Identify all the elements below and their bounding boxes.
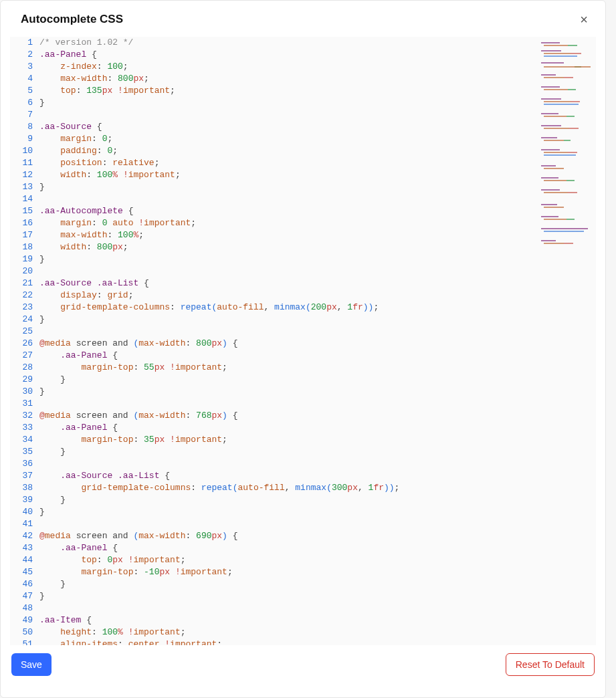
code-line[interactable]: 39 } [10, 494, 596, 506]
code-content[interactable]: max-width: 100%; [39, 229, 596, 241]
code-content[interactable]: } [39, 253, 596, 265]
code-line[interactable]: 34 margin-top: 35px !important; [10, 434, 596, 446]
code-line[interactable]: 21.aa-Source .aa-List { [10, 277, 596, 289]
code-content[interactable]: margin: 0 auto !important; [39, 217, 596, 229]
code-line[interactable]: 10 padding: 0; [10, 145, 596, 157]
code-content[interactable]: } [39, 590, 596, 602]
code-content[interactable]: } [39, 181, 596, 193]
code-line[interactable]: 47} [10, 590, 596, 602]
save-button[interactable]: Save [11, 653, 52, 676]
code-line[interactable]: 46 } [10, 578, 596, 590]
code-line[interactable]: 7 [10, 109, 596, 121]
code-line[interactable]: 19} [10, 253, 596, 265]
code-content[interactable]: max-width: 800px; [39, 73, 596, 85]
code-content[interactable]: @media screen and (max-width: 690px) { [39, 530, 596, 542]
code-content[interactable] [39, 602, 596, 614]
code-line[interactable]: 26@media screen and (max-width: 800px) { [10, 338, 596, 350]
code-line[interactable]: 48 [10, 602, 596, 614]
code-line[interactable]: 33 .aa-Panel { [10, 422, 596, 434]
code-line[interactable]: 18 width: 800px; [10, 241, 596, 253]
code-line[interactable]: 24} [10, 314, 596, 326]
code-content[interactable]: } [39, 494, 596, 506]
code-line[interactable]: 8.aa-Source { [10, 121, 596, 133]
code-content[interactable]: grid-template-columns: repeat(auto-fill,… [39, 482, 596, 494]
code-line[interactable]: 23 grid-template-columns: repeat(auto-fi… [10, 302, 596, 314]
code-content[interactable]: grid-template-columns: repeat(auto-fill,… [39, 302, 596, 314]
code-content[interactable]: } [39, 374, 596, 386]
code-line[interactable]: 20 [10, 265, 596, 277]
code-line[interactable]: 37 .aa-Source .aa-List { [10, 470, 596, 482]
code-line[interactable]: 2.aa-Panel { [10, 49, 596, 61]
code-line[interactable]: 50 height: 100% !important; [10, 626, 596, 638]
code-content[interactable]: .aa-Source .aa-List { [39, 470, 596, 482]
code-line[interactable]: 29 } [10, 374, 596, 386]
code-line[interactable]: 38 grid-template-columns: repeat(auto-fi… [10, 482, 596, 494]
code-line[interactable]: 45 margin-top: -10px !important; [10, 566, 596, 578]
code-line[interactable]: 14 [10, 193, 596, 205]
code-line[interactable]: 27 .aa-Panel { [10, 350, 596, 362]
code-content[interactable] [39, 518, 596, 530]
code-editor[interactable]: 1/* version 1.02 */2.aa-Panel {3 z-index… [10, 37, 596, 645]
code-content[interactable] [39, 109, 596, 121]
code-content[interactable]: top: 135px !important; [39, 85, 596, 97]
code-content[interactable]: @media screen and (max-width: 800px) { [39, 338, 596, 350]
code-content[interactable]: display: grid; [39, 289, 596, 302]
code-content[interactable]: .aa-Panel { [39, 350, 596, 362]
code-content[interactable] [39, 193, 596, 205]
code-content[interactable]: } [39, 314, 596, 326]
code-line[interactable]: 44 top: 0px !important; [10, 554, 596, 566]
code-line[interactable]: 22 display: grid; [10, 289, 596, 302]
code-line[interactable]: 32@media screen and (max-width: 768px) { [10, 410, 596, 422]
code-content[interactable]: margin-top: 55px !important; [39, 362, 596, 374]
code-content[interactable]: height: 100% !important; [39, 626, 596, 638]
code-content[interactable]: margin: 0; [39, 133, 596, 145]
code-line[interactable]: 30} [10, 386, 596, 398]
code-content[interactable]: width: 100% !important; [39, 169, 596, 181]
code-line[interactable]: 4 max-width: 800px; [10, 73, 596, 85]
code-content[interactable]: position: relative; [39, 157, 596, 169]
code-content[interactable] [39, 265, 596, 277]
code-content[interactable]: padding: 0; [39, 145, 596, 157]
code-line[interactable]: 31 [10, 398, 596, 410]
code-content[interactable]: top: 0px !important; [39, 554, 596, 566]
code-content[interactable]: } [39, 97, 596, 109]
code-content[interactable]: .aa-Source .aa-List { [39, 277, 596, 289]
code-line[interactable]: 43 .aa-Panel { [10, 542, 596, 554]
code-line[interactable]: 49.aa-Item { [10, 614, 596, 626]
code-content[interactable] [39, 458, 596, 470]
code-line[interactable]: 35 } [10, 446, 596, 458]
code-line[interactable]: 11 position: relative; [10, 157, 596, 169]
code-line[interactable]: 28 margin-top: 55px !important; [10, 362, 596, 374]
code-content[interactable]: margin-top: 35px !important; [39, 434, 596, 446]
code-content[interactable]: } [39, 578, 596, 590]
code-content[interactable]: .aa-Source { [39, 121, 596, 133]
code-content[interactable]: .aa-Panel { [39, 542, 596, 554]
code-content[interactable]: z-index: 100; [39, 61, 596, 73]
code-line[interactable]: 12 width: 100% !important; [10, 169, 596, 181]
code-line[interactable]: 16 margin: 0 auto !important; [10, 217, 596, 229]
code-line[interactable]: 13} [10, 181, 596, 193]
code-content[interactable]: .aa-Item { [39, 614, 596, 626]
code-line[interactable]: 6} [10, 97, 596, 109]
code-content[interactable]: } [39, 446, 596, 458]
code-line[interactable]: 1/* version 1.02 */ [10, 37, 596, 49]
code-content[interactable] [39, 326, 596, 338]
code-content[interactable]: .aa-Autocomplete { [39, 205, 596, 217]
code-content[interactable] [39, 398, 596, 410]
code-content[interactable]: .aa-Panel { [39, 49, 596, 61]
code-line[interactable]: 40} [10, 506, 596, 518]
code-line[interactable]: 25 [10, 326, 596, 338]
code-content[interactable]: @media screen and (max-width: 768px) { [39, 410, 596, 422]
code-content[interactable]: width: 800px; [39, 241, 596, 253]
code-content[interactable]: .aa-Panel { [39, 422, 596, 434]
code-line[interactable]: 17 max-width: 100%; [10, 229, 596, 241]
code-line[interactable]: 15.aa-Autocomplete { [10, 205, 596, 217]
code-content[interactable]: } [39, 506, 596, 518]
reset-button[interactable]: Reset To Default [506, 653, 595, 676]
code-line[interactable]: 42@media screen and (max-width: 690px) { [10, 530, 596, 542]
code-content[interactable]: margin-top: -10px !important; [39, 566, 596, 578]
code-line[interactable]: 41 [10, 518, 596, 530]
code-content[interactable]: /* version 1.02 */ [39, 37, 596, 49]
code-line[interactable]: 36 [10, 458, 596, 470]
close-button[interactable]: × [575, 10, 593, 29]
